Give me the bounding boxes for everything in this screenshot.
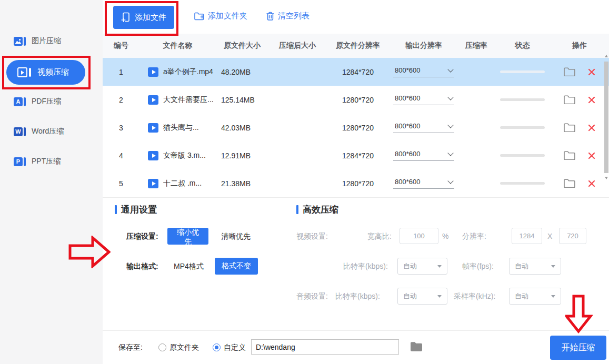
delete-icon[interactable] xyxy=(588,180,595,187)
radio-custom[interactable] xyxy=(213,343,221,351)
scroll-up-icon[interactable] xyxy=(605,55,608,57)
output-resolution-select[interactable]: 800*600 xyxy=(393,150,454,161)
open-folder-icon[interactable] xyxy=(564,123,575,132)
delete-icon[interactable] xyxy=(588,152,595,159)
radio-original-folder-label[interactable]: 原文件夹 xyxy=(169,342,199,352)
video-play-icon xyxy=(148,179,158,188)
col-header-name: 文件名称 xyxy=(139,41,216,50)
shrink-first-button[interactable]: 缩小优先 xyxy=(167,228,208,245)
video-play-icon xyxy=(148,151,158,160)
sidebar-item-label: 图片压缩 xyxy=(32,36,61,46)
table-row[interactable]: 5 十二叔 .m... 21.38MB 1280*720 800*600 xyxy=(103,169,609,197)
radio-custom-label[interactable]: 自定义 xyxy=(224,342,246,352)
start-compress-button[interactable]: 开始压缩 xyxy=(550,336,606,360)
add-file-button[interactable]: 添加文件 xyxy=(113,6,174,29)
output-resolution-select[interactable]: 800*600 xyxy=(393,122,454,133)
resolution-x-label: X xyxy=(547,231,552,241)
percent-label: % xyxy=(442,231,448,241)
resolution-width-input[interactable]: 1284 xyxy=(512,228,542,244)
table-row[interactable]: 4 女帝版 3.m... 12.91MB 1284*720 800*600 xyxy=(103,141,609,169)
add-folder-button[interactable]: 添加文件夹 xyxy=(194,11,247,21)
aspect-ratio-input[interactable]: 100 xyxy=(400,228,438,244)
efficient-compress-title: 高效压缩 xyxy=(296,204,338,216)
mp4-format-button[interactable]: MP4格式 xyxy=(174,261,204,271)
open-folder-icon[interactable] xyxy=(564,179,575,188)
col-header-compressed-size: 压缩后大小 xyxy=(268,41,326,50)
row-number: 3 xyxy=(103,124,139,132)
file-name: 大文件需要压... xyxy=(163,95,214,105)
chevron-down-icon xyxy=(447,66,453,72)
table-scrollbar[interactable] xyxy=(604,53,609,183)
delete-icon[interactable] xyxy=(588,124,595,132)
file-name: 女帝版 3.m... xyxy=(163,151,206,160)
original-size: 125.14MB xyxy=(216,96,268,104)
progress-bar xyxy=(500,98,545,101)
red-arrow-down-icon xyxy=(565,295,593,333)
col-header-orig-res: 原文件分辨率 xyxy=(326,41,390,50)
divider xyxy=(103,197,609,198)
output-resolution-select[interactable]: 800*600 xyxy=(393,178,454,189)
ppt-compress-icon: P xyxy=(14,157,26,166)
output-resolution-select[interactable]: 800*600 xyxy=(393,66,454,77)
sidebar-item-image-compress[interactable]: 图片压缩 xyxy=(14,35,61,47)
audio-settings-label: 音频设置: xyxy=(296,291,328,301)
sidebar-item-label: 视频压缩 xyxy=(37,67,69,77)
radio-original-folder[interactable] xyxy=(158,343,166,351)
file-name: 猫头鹰与... xyxy=(163,123,199,133)
caret-down-icon xyxy=(437,265,442,268)
sidebar-item-pdf-compress[interactable]: A PDF压缩 xyxy=(14,95,61,108)
table-header: 编号 文件名称 原文件大小 压缩后大小 原文件分辨率 输出分辨率 压缩率 状态 … xyxy=(103,34,609,58)
row-number: 5 xyxy=(103,179,139,188)
delete-icon[interactable] xyxy=(588,68,595,76)
clarity-first-button[interactable]: 清晰优先 xyxy=(221,231,251,241)
table-row[interactable]: 2 大文件需要压... 125.14MB 1280*720 800*600 xyxy=(103,86,609,114)
video-play-icon xyxy=(148,95,158,105)
resolution-height-input[interactable]: 720 xyxy=(559,228,586,244)
bitrate-select[interactable]: 自动 xyxy=(397,258,447,275)
sidebar-item-ppt-compress[interactable]: P PPT压缩 xyxy=(14,155,61,168)
chevron-down-icon xyxy=(447,150,453,156)
open-folder-icon[interactable] xyxy=(564,151,575,160)
keep-format-button[interactable]: 格式不变 xyxy=(215,258,258,275)
section-bar-icon xyxy=(296,205,298,214)
row-number: 4 xyxy=(103,151,139,160)
col-header-orig-size: 原文件大小 xyxy=(216,41,268,50)
scrollbar-thumb[interactable] xyxy=(604,62,608,173)
divider xyxy=(103,330,609,331)
pdf-compress-icon: A xyxy=(14,97,26,106)
save-path-input[interactable] xyxy=(251,339,399,355)
caret-down-icon xyxy=(437,295,442,298)
scroll-down-icon[interactable] xyxy=(605,177,608,179)
fps-select[interactable]: 自动 xyxy=(509,258,561,275)
progress-bar xyxy=(500,126,545,129)
sample-rate-select[interactable]: 自动 xyxy=(509,288,561,305)
progress-bar xyxy=(500,182,545,185)
audio-bitrate-label: 比特率(kbps): xyxy=(335,291,380,301)
original-resolution: 1280*720 xyxy=(326,96,390,104)
open-folder-icon[interactable] xyxy=(564,95,575,104)
table-row[interactable]: 3 猫头鹰与... 42.03MB 1280*720 800*600 xyxy=(103,114,609,141)
sidebar-item-label: PDF压缩 xyxy=(32,97,61,106)
chevron-down-icon xyxy=(447,178,453,184)
file-name: 十二叔 .m... xyxy=(163,179,202,188)
audio-bitrate-select[interactable]: 自动 xyxy=(397,288,447,305)
sidebar-item-video-compress[interactable]: 视频压缩 xyxy=(6,60,85,85)
delete-icon[interactable] xyxy=(588,96,595,104)
sidebar: 图片压缩 视频压缩 A PDF压缩 W Word压缩 P PPT压缩 xyxy=(0,0,103,364)
original-size: 42.03MB xyxy=(216,124,268,132)
sidebar-item-word-compress[interactable]: W Word压缩 xyxy=(14,125,64,138)
original-resolution: 1284*720 xyxy=(326,68,390,76)
video-play-icon xyxy=(148,123,158,133)
clear-list-button[interactable]: 清空列表 xyxy=(266,11,310,21)
browse-folder-icon[interactable] xyxy=(411,342,422,351)
open-folder-icon[interactable] xyxy=(564,67,575,76)
output-resolution-select[interactable]: 800*600 xyxy=(393,94,454,105)
table-row[interactable]: 1 a举个例子.mp4 48.20MB 1284*720 800*600 xyxy=(103,58,609,86)
video-compressor-app: 图片压缩 视频压缩 A PDF压缩 W Word压缩 P PPT压缩 xyxy=(0,0,609,364)
original-resolution: 1280*720 xyxy=(326,124,390,132)
image-compress-icon xyxy=(14,37,26,46)
word-compress-icon: W xyxy=(14,127,26,136)
resolution-label: 分辨率: xyxy=(462,231,486,241)
sample-rate-label: 采样率(kHz): xyxy=(454,291,495,301)
file-name: a举个例子.mp4 xyxy=(163,67,213,77)
